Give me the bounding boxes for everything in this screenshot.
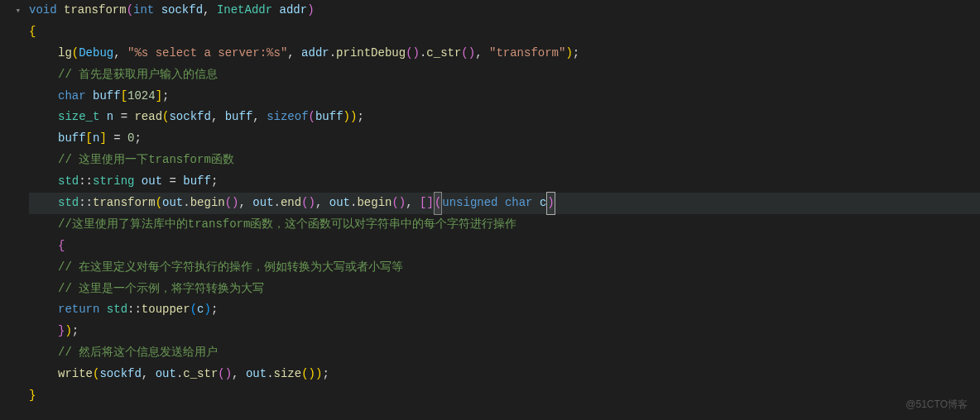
code-line[interactable]: } xyxy=(29,385,980,407)
code-line[interactable]: char buff[1024]; xyxy=(29,86,980,107)
code-line[interactable]: }); xyxy=(29,321,980,342)
code-line[interactable]: // 这里是一个示例，将字符转换为大写 xyxy=(29,279,980,300)
code-line[interactable]: size_t n = read(sockfd, buff, sizeof(buf… xyxy=(29,107,980,128)
code-line-active[interactable]: std::transform(out.begin(), out.end(), o… xyxy=(29,193,980,214)
code-line[interactable]: // 首先是获取用户输入的信息 xyxy=(29,64,980,86)
code-line[interactable]: //这里使用了算法库中的transform函数，这个函数可以对字符串中的每个字符… xyxy=(29,214,980,236)
fold-indicator[interactable]: ▾ xyxy=(0,0,21,21)
code-line[interactable]: return std::toupper(c); xyxy=(29,299,980,321)
code-area[interactable]: void transform(int sockfd, InetAddr addr… xyxy=(29,0,980,420)
code-line[interactable]: // 在这里定义对每个字符执行的操作，例如转换为大写或者小写等 xyxy=(29,257,980,279)
code-line[interactable]: write(sockfd, out.c_str(), out.size()); xyxy=(29,364,980,385)
code-line[interactable]: { xyxy=(29,21,980,43)
code-line[interactable]: // 然后将这个信息发送给用户 xyxy=(29,342,980,364)
code-editor[interactable]: ▾ void transform(int sockfd, InetAddr ad… xyxy=(0,0,980,420)
code-line[interactable]: lg(Debug, "%s select a server:%s", addr.… xyxy=(29,43,980,64)
code-line[interactable]: std::string out = buff; xyxy=(29,171,980,193)
watermark: @51CTO博客 xyxy=(906,395,968,413)
code-line[interactable]: { xyxy=(29,236,980,257)
code-line[interactable]: // 这里使用一下transform函数 xyxy=(29,150,980,171)
code-line[interactable]: void transform(int sockfd, InetAddr addr… xyxy=(29,0,980,21)
gutter: ▾ xyxy=(0,0,29,420)
code-line[interactable]: buff[n] = 0; xyxy=(29,128,980,150)
